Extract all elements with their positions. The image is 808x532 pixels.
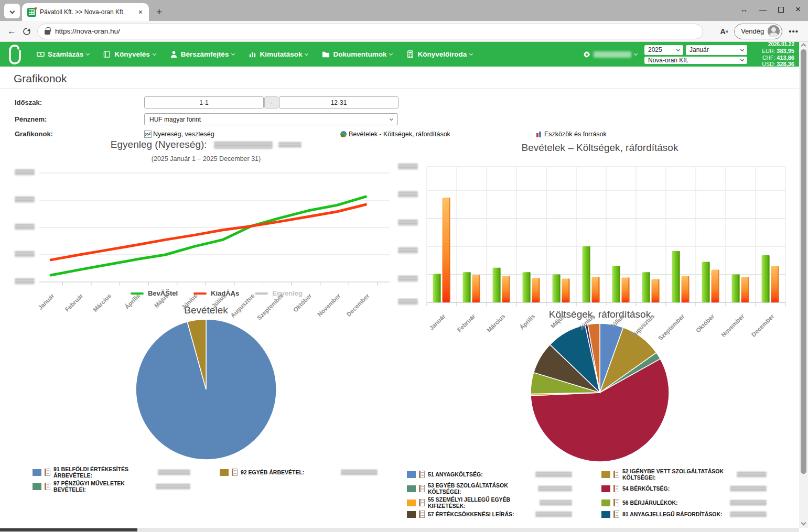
pie1-legend: 91 BELFÖLDI ÉRTÉKESÍTÉS ÁRBEVÉTELE:92 EG… [33, 466, 400, 493]
document-icon[interactable] [419, 485, 425, 492]
profile-button[interactable]: Vendég [734, 24, 782, 39]
menu-item-berszamfejtes[interactable]: Bérszámfejtés [170, 50, 235, 58]
redacted-value [730, 500, 767, 506]
browser-tab[interactable]: Pávatoll Kft. >> Nova-oran Kft. × [22, 3, 149, 21]
refresh-button[interactable] [23, 27, 31, 36]
calculator-icon [406, 50, 414, 58]
tab-title: Pávatoll Kft. >> Nova-oran Kft. [40, 8, 134, 16]
year-select[interactable]: 2025 [644, 45, 683, 55]
redacted-value [158, 470, 190, 475]
chart-link-bevetelek[interactable]: Bevételek - Költségek, ráfordítások [340, 131, 535, 138]
pie-bevetelek [134, 317, 278, 462]
close-window-button[interactable]: × [795, 4, 801, 15]
company-select[interactable]: Nova-oran Kft. [644, 57, 747, 64]
redacted-value [737, 472, 767, 477]
legend-swatch [33, 469, 41, 476]
chevron-down-icon [390, 117, 393, 121]
redacted-y-label [15, 197, 35, 203]
menu-item-konyveloiroda[interactable]: Könyvelőiroda [406, 50, 472, 58]
horizontal-scrollbar-thumb[interactable] [0, 528, 137, 531]
month-select[interactable]: Január [686, 45, 747, 55]
url-bar[interactable]: https://nova-oran.hu/ [37, 24, 703, 39]
legend-item: 56 BÉRJÁRULÉKOK: [601, 496, 789, 509]
chevron-down-icon [676, 47, 680, 51]
document-icon[interactable] [613, 471, 619, 478]
menu-item-kimutatasok[interactable]: Kimutatások [249, 50, 308, 58]
legend-swatch [33, 483, 41, 490]
line-chart-x-labels: JanuárFebruárMárciusÁprilisMájusJúniusJú… [39, 288, 390, 326]
menu-label: Számlázás [48, 50, 83, 58]
legend-label: 97 PÉNZÜGYI MŰVELETEK BEVÉTELEI: [53, 480, 153, 493]
document-icon[interactable] [613, 485, 619, 492]
bar-chart-icon [249, 50, 256, 58]
period-label: Időszak: [15, 99, 144, 106]
menu-label: Könyvelőiroda [417, 50, 467, 58]
scrollbar-thumb[interactable] [801, 49, 806, 474]
bar-chart-x-labels: JanuárFebruárMárciusÁprilisMájusJúniusJú… [423, 309, 791, 346]
redacted-value [535, 512, 572, 517]
document-icon[interactable] [45, 483, 50, 490]
bars-icon [535, 131, 543, 138]
chevron-down-icon [389, 51, 393, 55]
document-icon[interactable] [419, 499, 425, 506]
period-from-input[interactable]: 1-1 [144, 96, 264, 108]
legend-swatch [407, 471, 416, 478]
document-icon[interactable] [419, 471, 425, 478]
redacted-value [540, 500, 572, 506]
legend-swatch [601, 471, 610, 478]
redacted-value [535, 472, 572, 477]
menu-item-dokumentumok[interactable]: Dokumentumok [322, 50, 392, 58]
chart-link-eszkozok[interactable]: Eszközök és források [535, 131, 607, 138]
redacted-y-label [15, 251, 35, 257]
page-title: Grafikonok [0, 67, 799, 89]
chevron-down-icon [9, 8, 15, 14]
line-chart-title: Egyenleg (Nyereség): [12, 139, 401, 150]
chevron-down-icon [740, 47, 744, 51]
tab-search-dropdown[interactable] [4, 4, 20, 18]
redacted-title-value [278, 142, 301, 148]
tab-resize-icon[interactable]: ↔ [740, 5, 748, 14]
currency-label: Pénznem: [15, 115, 144, 123]
period-separator: - [264, 96, 278, 108]
chart-link-label: Bevételek - Költségek, ráfordítások [349, 131, 450, 138]
menu-item-szamlazas[interactable]: Számlázás [37, 50, 89, 58]
horizontal-scrollbar[interactable] [0, 528, 799, 532]
redacted-value [341, 470, 378, 475]
lock-icon[interactable] [45, 30, 50, 35]
new-tab-button[interactable]: + [156, 6, 162, 18]
chevron-down-icon [231, 51, 235, 55]
maximize-button[interactable] [778, 7, 784, 13]
user-settings-menu[interactable] [583, 51, 637, 58]
tab-close-icon[interactable]: × [137, 8, 144, 16]
redacted-y-label [398, 299, 418, 305]
current-date: 2026.01.22 [752, 41, 794, 48]
legend-swatch [601, 485, 610, 492]
read-aloud-icon[interactable]: A⁾⁾ [720, 27, 728, 36]
document-icon[interactable] [613, 499, 619, 506]
chevron-down-icon [740, 58, 744, 61]
scroll-down-icon[interactable] [801, 520, 806, 526]
app-logo-icon[interactable] [7, 45, 23, 64]
year-value: 2025 [648, 46, 662, 53]
legend-swatch [220, 469, 229, 476]
legend-item: 53 EGYÉB SZOLGÁLTATÁSOK KÖLTSÉGEI: [407, 482, 594, 495]
menu-label: Kimutatások [260, 50, 302, 58]
back-button[interactable]: ← [7, 26, 16, 37]
minimize-button[interactable]: — [759, 5, 767, 14]
menu-item-konyveles[interactable]: Könyvelés [103, 50, 156, 58]
chart-link-nyereseg[interactable]: Nyereség, veszteség [144, 131, 340, 138]
period-to-input[interactable]: 12-31 [279, 96, 398, 108]
document-icon[interactable] [613, 511, 619, 518]
legend-label: 52 IGÉNYBE VETT SZOLGÁLTATÁSOK KÖLTSÉGEI… [622, 468, 734, 481]
menu-label: Bérszámfejtés [181, 50, 229, 58]
document-icon[interactable] [232, 469, 238, 476]
document-icon[interactable] [45, 469, 50, 476]
vertical-scrollbar[interactable] [799, 42, 808, 528]
currency-select[interactable]: HUF magyar forint [144, 113, 398, 125]
browser-menu-icon[interactable]: ••• [789, 27, 799, 36]
rate-eur: EUR: 383,95 [752, 48, 794, 55]
chevron-down-icon [634, 51, 638, 55]
document-icon[interactable] [419, 511, 425, 518]
scroll-up-icon[interactable] [801, 44, 806, 49]
bar-chart-block: Bevételek – Költségek, ráfordítások Janu… [401, 139, 799, 518]
